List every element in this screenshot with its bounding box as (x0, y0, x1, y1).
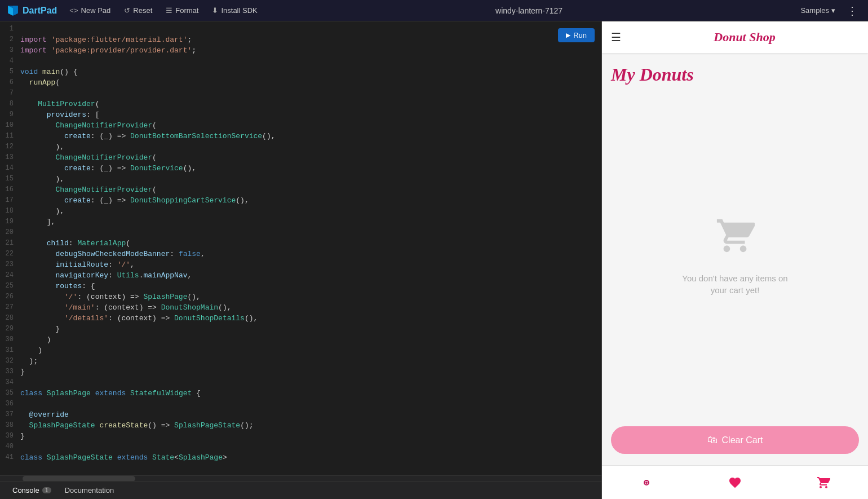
reset-icon: ↺ (124, 6, 130, 15)
app-bottom-nav (602, 465, 868, 499)
code-line: 2 import 'package:flutter/material.dart'… (0, 34, 601, 45)
code-panel: ▶ Run 1 2 import 'package:flutter/materi… (0, 21, 601, 499)
svg-marker-2 (13, 6, 18, 16)
new-pad-button[interactable]: <> New Pad (64, 4, 116, 17)
code-line: 10 ChangeNotifierProvider( (0, 120, 601, 131)
code-line: 41 class SplashPageState extends State<S… (0, 452, 601, 463)
section-title: My Donuts (611, 64, 859, 85)
code-line: 6 runApp( (0, 77, 601, 88)
code-line: 9 providers: [ (0, 109, 601, 120)
horizontal-scrollbar[interactable] (0, 475, 601, 481)
code-line: 33 } (0, 366, 601, 377)
empty-cart-text: You don't have any items onyour cart yet… (682, 272, 787, 296)
shopping-bag-icon: 🛍 (707, 434, 718, 446)
code-line: 7 (0, 88, 601, 99)
nav-cart-icon[interactable] (810, 469, 837, 496)
preview-panel: ☰ Donut Shop My Donuts You don't have an… (601, 21, 868, 499)
code-line: 18 ), (0, 206, 601, 217)
code-line: 36 (0, 399, 601, 409)
format-button[interactable]: ☰ Format (160, 4, 204, 17)
code-line: 4 (0, 56, 601, 67)
code-line: 20 (0, 227, 601, 238)
flutter-app: ☰ Donut Shop My Donuts You don't have an… (602, 21, 868, 499)
code-line: 22 debugShowCheckedModeBanner: false, (0, 249, 601, 259)
code-line: 19 ], (0, 217, 601, 227)
chevron-down-icon: ▾ (831, 6, 835, 15)
bottom-tabs: Console 1 Documentation (0, 481, 601, 499)
code-line: 31 ) (0, 345, 601, 356)
project-name: windy-lantern-7127 (265, 6, 793, 15)
code-line: 26 '/': (context) => SplashPage(), (0, 292, 601, 302)
code-line: 17 create: (_) => DonutShoppingCartServi… (0, 195, 601, 206)
new-pad-icon: <> (69, 6, 78, 15)
app-body: My Donuts You don't have any items onyou… (602, 53, 868, 426)
code-line: 1 (0, 24, 601, 34)
hamburger-menu-icon[interactable]: ☰ (611, 30, 621, 44)
code-line: 30 ) (0, 334, 601, 345)
code-line: 39 } (0, 431, 601, 441)
code-line: 16 ChangeNotifierProvider( (0, 184, 601, 195)
play-icon: ▶ (566, 32, 570, 39)
code-line: 27 '/main': (context) => DonutShopMain()… (0, 302, 601, 313)
more-options-button[interactable]: ⋮ (843, 2, 861, 20)
code-line: 11 create: (_) => DonutBottomBarSelectio… (0, 131, 601, 142)
run-button[interactable]: ▶ Run (558, 28, 595, 42)
logo-area: DartPad (7, 5, 57, 17)
code-line: 35 class SplashPage extends StatefulWidg… (0, 388, 601, 399)
nav-home-icon[interactable] (633, 469, 660, 496)
logo-text: DartPad (23, 6, 57, 16)
app-title: Donut Shop (630, 30, 859, 45)
reset-button[interactable]: ↺ Reset (118, 4, 158, 17)
code-line: 38 SplashPageState createState() => Spla… (0, 420, 601, 431)
code-line: 3 import 'package:provider/provider.dart… (0, 45, 601, 56)
app-topbar: ☰ Donut Shop (602, 21, 868, 53)
code-line: 13 ChangeNotifierProvider( (0, 152, 601, 163)
console-badge: 1 (42, 487, 51, 493)
code-line: 34 (0, 377, 601, 388)
code-line: 8 MultiProvider( (0, 99, 601, 109)
code-line: 5 void main() { (0, 67, 601, 77)
code-line: 14 create: (_) => DonutService(), (0, 163, 601, 174)
svg-point-4 (645, 482, 648, 484)
code-line: 23 initialRoute: '/', (0, 259, 601, 270)
topbar: DartPad <> New Pad ↺ Reset ☰ Format ⬇ In… (0, 0, 868, 21)
install-sdk-button[interactable]: ⬇ Install SDK (206, 4, 263, 17)
samples-button[interactable]: Samples ▾ (795, 4, 841, 17)
code-line: 21 child: MaterialApp( (0, 238, 601, 249)
code-line: 29 } (0, 324, 601, 334)
main-content: ▶ Run 1 2 import 'package:flutter/materi… (0, 21, 868, 499)
code-area[interactable]: 1 2 import 'package:flutter/material.dar… (0, 21, 601, 475)
code-line: 12 ), (0, 142, 601, 152)
tab-documentation[interactable]: Documentation (59, 484, 119, 497)
code-line: 15 ), (0, 174, 601, 184)
code-line: 24 navigatorKey: Utils.mainAppNav, (0, 270, 601, 281)
clear-cart-button[interactable]: 🛍 Clear Cart (611, 426, 859, 454)
code-line: 40 (0, 441, 601, 452)
empty-cart-area: You don't have any items onyour cart yet… (611, 96, 859, 415)
install-icon: ⬇ (212, 6, 218, 15)
dartpad-logo-icon (7, 5, 19, 17)
code-line: 25 routes: { (0, 281, 601, 292)
code-line: 37 @override (0, 409, 601, 420)
code-line: 28 '/details': (context) => DonutShopDet… (0, 313, 601, 324)
format-icon: ☰ (166, 6, 172, 15)
nav-favorite-icon[interactable] (721, 469, 749, 496)
tab-console[interactable]: Console 1 (7, 484, 57, 497)
empty-cart-icon (715, 216, 755, 263)
code-line: 32 ); (0, 356, 601, 366)
